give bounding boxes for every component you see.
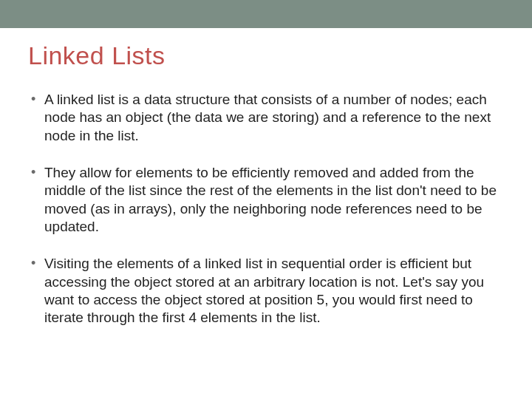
bullet-list: A linked list is a data structure that c… xyxy=(28,91,504,327)
list-item: They allow for elements to be efficientl… xyxy=(31,164,504,236)
slide-header-bar xyxy=(0,0,532,28)
list-item: A linked list is a data structure that c… xyxy=(31,91,504,145)
slide-content: Linked Lists A linked list is a data str… xyxy=(0,28,532,327)
list-item: Visiting the elements of a linked list i… xyxy=(31,255,504,327)
slide-title: Linked Lists xyxy=(28,41,504,70)
